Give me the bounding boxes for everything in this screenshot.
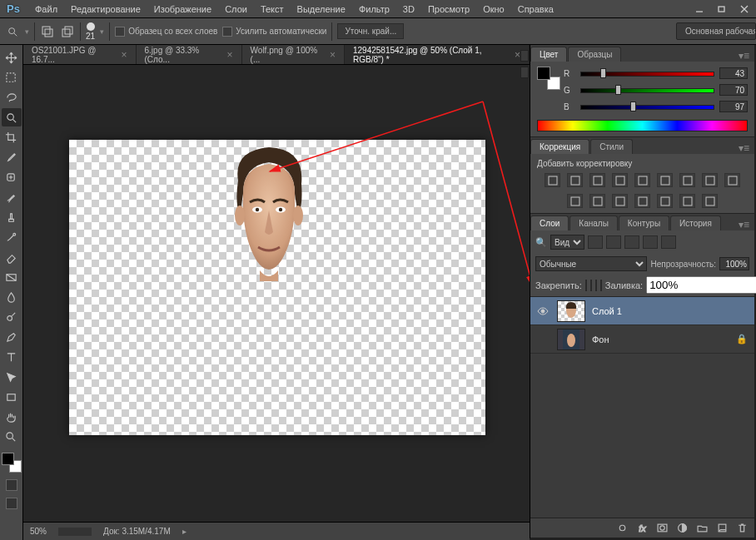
tool-hand[interactable] bbox=[2, 408, 22, 426]
lock-position-icon[interactable] bbox=[595, 280, 597, 291]
fill-input[interactable] bbox=[646, 276, 756, 294]
layer-row[interactable]: Фон🔒 bbox=[530, 325, 754, 354]
green-input[interactable] bbox=[719, 84, 748, 96]
tab-history[interactable]: История bbox=[670, 216, 721, 230]
document-tab[interactable]: 12942581542.jpg @ 50% (Слой 1, RGB/8") *… bbox=[345, 45, 530, 64]
adjustment-color-lookup-icon[interactable] bbox=[589, 194, 605, 208]
adjustment-bw-icon[interactable] bbox=[702, 173, 718, 187]
filter-pixel-icon[interactable] bbox=[588, 235, 603, 249]
tool-lasso[interactable] bbox=[2, 88, 22, 107]
adjustment-hue-icon[interactable] bbox=[657, 173, 673, 187]
sample-all-layers-checkbox[interactable]: Образец со всех слоев bbox=[115, 26, 217, 37]
new-layer-icon[interactable] bbox=[714, 522, 729, 535]
delete-layer-icon[interactable] bbox=[734, 522, 749, 535]
adjustment-levels-icon[interactable] bbox=[567, 173, 583, 187]
close-tab-icon[interactable]: × bbox=[122, 49, 127, 61]
tool-blur[interactable] bbox=[2, 288, 22, 306]
foreground-background-swatch[interactable] bbox=[537, 67, 560, 90]
adjustment-threshold-icon[interactable] bbox=[657, 194, 673, 208]
new-adjustment-layer-icon[interactable] bbox=[674, 522, 689, 535]
tab-swatches[interactable]: Образцы bbox=[568, 47, 621, 62]
menu-справка[interactable]: Справка bbox=[511, 2, 560, 17]
collapsed-panel-icon[interactable] bbox=[520, 50, 529, 62]
red-input[interactable] bbox=[719, 67, 748, 79]
blue-input[interactable] bbox=[719, 101, 748, 112]
menu-окно[interactable]: Окно bbox=[476, 2, 511, 17]
adjustment-brightness-icon[interactable] bbox=[545, 173, 560, 187]
auto-enhance-checkbox[interactable]: Усилить автоматически bbox=[222, 26, 326, 37]
screen-mode-toggle[interactable] bbox=[6, 498, 17, 509]
tool-brush[interactable] bbox=[2, 188, 22, 206]
subtract-from-selection-icon[interactable] bbox=[60, 24, 75, 39]
tool-rectangle[interactable] bbox=[2, 388, 22, 406]
panel-menu-icon[interactable]: ▾≡ bbox=[734, 50, 754, 62]
close-tab-icon[interactable]: × bbox=[330, 49, 336, 61]
layer-style-icon[interactable]: fx bbox=[634, 522, 649, 535]
document-canvas[interactable] bbox=[69, 140, 485, 435]
tool-quick-select[interactable] bbox=[2, 108, 22, 126]
tool-eraser[interactable] bbox=[2, 248, 22, 266]
lock-all-icon[interactable] bbox=[600, 280, 602, 291]
tab-channels[interactable]: Каналы bbox=[569, 216, 618, 230]
zoom-level[interactable]: 50% bbox=[30, 527, 47, 536]
filter-shape-icon[interactable] bbox=[643, 235, 658, 249]
green-slider[interactable] bbox=[580, 86, 714, 94]
brush-dropdown-icon[interactable]: ▾ bbox=[100, 27, 104, 36]
adjustment-curves-icon[interactable] bbox=[589, 173, 605, 187]
tool-zoom[interactable] bbox=[2, 428, 22, 446]
adjustment-selective-color-icon[interactable] bbox=[702, 194, 718, 208]
document-tab[interactable]: Wolf.png @ 100% (...× bbox=[242, 45, 345, 64]
tool-history-brush[interactable] bbox=[2, 228, 22, 246]
lock-pixels-icon[interactable] bbox=[590, 280, 592, 291]
adjustment-photo-filter-icon[interactable] bbox=[724, 173, 740, 187]
filter-adjustment-icon[interactable] bbox=[606, 235, 621, 249]
tool-marquee[interactable] bbox=[2, 68, 22, 87]
tool-stamp[interactable] bbox=[2, 208, 22, 226]
tool-move[interactable] bbox=[2, 48, 22, 67]
window-restore-button[interactable] bbox=[711, 2, 732, 17]
blue-slider[interactable] bbox=[580, 102, 714, 111]
tool-path-select[interactable] bbox=[2, 368, 22, 386]
tool-type[interactable] bbox=[2, 348, 22, 366]
menu-выделение[interactable]: Выделение bbox=[291, 2, 352, 17]
document-tab[interactable]: OS21001.JPG @ 16.7...× bbox=[23, 45, 137, 64]
tab-styles[interactable]: Стили bbox=[590, 139, 633, 154]
tab-adjustments[interactable]: Коррекция bbox=[530, 139, 589, 154]
status-menu-arrow-icon[interactable]: ▸ bbox=[182, 527, 187, 536]
collapsed-panel-icon[interactable] bbox=[520, 67, 529, 78]
foreground-background-colors[interactable] bbox=[2, 453, 22, 473]
filter-smart-icon[interactable] bbox=[661, 235, 676, 249]
opacity-input[interactable] bbox=[719, 257, 749, 270]
add-to-selection-icon[interactable] bbox=[40, 24, 55, 39]
tool-pen[interactable] bbox=[2, 328, 22, 346]
tool-gradient[interactable] bbox=[2, 268, 22, 286]
tab-paths[interactable]: Контуры bbox=[619, 216, 669, 230]
layer-visibility-toggle[interactable] bbox=[535, 304, 550, 319]
filter-type-icon[interactable] bbox=[624, 235, 639, 249]
menu-слои[interactable]: Слои bbox=[218, 2, 254, 17]
refine-edge-button[interactable]: Уточн. край... bbox=[337, 23, 404, 39]
dropdown-arrow-icon[interactable]: ▾ bbox=[25, 27, 29, 36]
window-close-button[interactable] bbox=[734, 2, 754, 17]
layer-name[interactable]: Фон bbox=[592, 334, 736, 344]
layer-thumbnail[interactable] bbox=[557, 329, 585, 350]
menu-файл[interactable]: Файл bbox=[28, 2, 64, 17]
new-group-icon[interactable] bbox=[694, 522, 709, 535]
menu-фильтр[interactable]: Фильтр bbox=[352, 2, 396, 17]
adjustment-vibrance-icon[interactable] bbox=[634, 173, 650, 187]
layer-row[interactable]: Слой 1 bbox=[530, 297, 754, 325]
panel-menu-icon[interactable]: ▾≡ bbox=[734, 142, 754, 154]
workspace-switcher-button[interactable]: Основная рабочая сред bbox=[676, 22, 756, 40]
current-tool-icon[interactable] bbox=[5, 24, 20, 39]
adjustment-posterize-icon[interactable] bbox=[634, 194, 650, 208]
adjustment-exposure-icon[interactable] bbox=[612, 173, 628, 187]
panel-menu-icon[interactable]: ▾≡ bbox=[734, 219, 754, 230]
lock-transparency-icon[interactable] bbox=[585, 280, 587, 291]
adjustment-invert-icon[interactable] bbox=[612, 194, 628, 208]
menu-изображение[interactable]: Изображение bbox=[147, 2, 218, 17]
menu-просмотр[interactable]: Просмотр bbox=[421, 2, 476, 17]
menu-редактирование[interactable]: Редактирование bbox=[64, 2, 147, 17]
layer-filter-kind-select[interactable]: Вид bbox=[550, 235, 584, 250]
tool-dodge[interactable] bbox=[2, 308, 22, 326]
adjustment-gradient-map-icon[interactable] bbox=[679, 194, 695, 208]
